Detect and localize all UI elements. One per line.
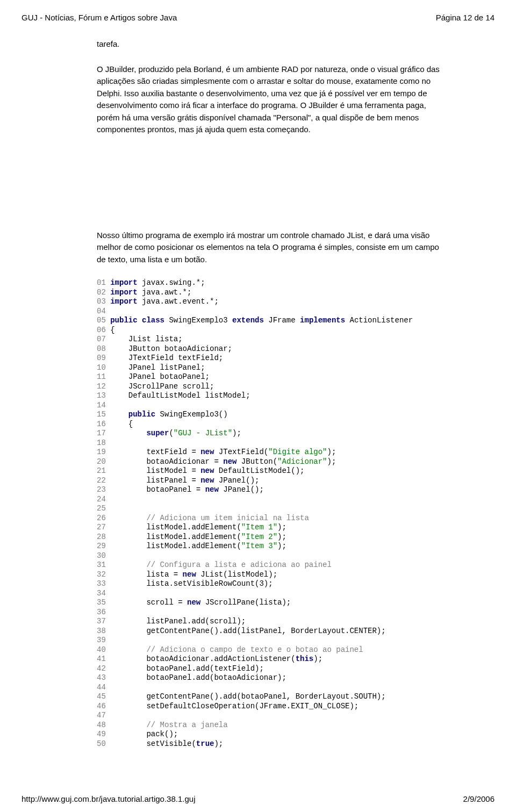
code-line: 29 listModel.addElement("Item 3"); [97, 542, 441, 551]
code-line: 15 public SwingExemplo3() [97, 410, 441, 420]
code-line: 25 [97, 504, 441, 514]
code-line: 43 botaoPanel.add(botaoAdicionar); [97, 673, 441, 683]
code-line: 09 JTextField textField; [97, 354, 441, 363]
code-line: 13 DefaultListModel listModel; [97, 391, 441, 401]
footer-url: http://www.guj.com.br/java.tutorial.arti… [22, 794, 196, 803]
code-line: 32 lista = new JList(listModel); [97, 570, 441, 580]
code-line: 50 setVisible(true); [97, 739, 441, 749]
paragraph-2: O JBuilder, produzido pela Borland, é um… [97, 63, 441, 136]
code-line: 06{ [97, 326, 441, 335]
code-line: 38 getContentPane().add(listPanel, Borde… [97, 627, 441, 636]
code-line: 35 scroll = new JScrollPane(lista); [97, 598, 441, 608]
code-line: 05public class SwingExemplo3 extends JFr… [97, 316, 441, 326]
code-line: 11 JPanel botaoPanel; [97, 372, 441, 382]
code-line: 39 [97, 636, 441, 645]
code-line: 19 textField = new JTextField("Digite al… [97, 448, 441, 457]
code-line: 03import java.awt.event.*; [97, 297, 441, 307]
code-line: 18 [97, 439, 441, 448]
code-line: 23 botaoPanel = new JPanel(); [97, 485, 441, 495]
code-line: 49 pack(); [97, 730, 441, 739]
code-line: 47 [97, 711, 441, 721]
code-line: 26 // Adiciona um item inicial na lista [97, 514, 441, 523]
code-line: 22 listPanel = new JPanel(); [97, 476, 441, 486]
code-line: 48 // Mostra a janela [97, 721, 441, 730]
code-line: 10 JPanel listPanel; [97, 363, 441, 373]
code-line: 45 getContentPane().add(botaoPanel, Bord… [97, 692, 441, 702]
code-line: 08 JButton botaoAdicionar; [97, 344, 441, 354]
article-content: tarefa. O JBuilder, produzido pela Borla… [22, 38, 494, 749]
code-line: 40 // Adiciona o campo de texto e o bota… [97, 645, 441, 655]
code-line: 02import java.awt.*; [97, 288, 441, 298]
code-line: 12 JScrollPane scroll; [97, 382, 441, 392]
spacer [97, 149, 441, 229]
code-line: 34 [97, 589, 441, 599]
header-title: GUJ - Notícias, Fórum e Artigos sobre Ja… [22, 13, 177, 22]
code-line: 37 listPanel.add(scroll); [97, 617, 441, 627]
code-line: 41 botaoAdicionar.addActionListener(this… [97, 655, 441, 664]
code-listing: 01import javax.swing.*;02import java.awt… [97, 278, 441, 749]
code-line: 33 lista.setVisibleRowCount(3); [97, 579, 441, 589]
paragraph-3: Nosso último programa de exemplo irá mos… [97, 229, 441, 266]
page-header: GUJ - Notícias, Fórum e Artigos sobre Ja… [22, 13, 494, 22]
code-line: 14 [97, 401, 441, 411]
header-page-indicator: Página 12 de 14 [436, 13, 494, 22]
code-line: 27 listModel.addElement("Item 1"); [97, 523, 441, 533]
footer-date: 2/9/2006 [463, 794, 494, 803]
code-line: 07 JList lista; [97, 335, 441, 344]
code-line: 17 super("GUJ - JList"); [97, 429, 441, 439]
code-line: 24 [97, 495, 441, 505]
code-line: 21 listModel = new DefaultListModel(); [97, 466, 441, 476]
paragraph-1: tarefa. [97, 38, 441, 51]
code-line: 46 setDefaultCloseOperation(JFrame.EXIT_… [97, 702, 441, 712]
code-line: 04 [97, 307, 441, 317]
code-line: 01import javax.swing.*; [97, 278, 441, 288]
page: GUJ - Notícias, Fórum e Artigos sobre Ja… [0, 0, 516, 812]
code-line: 31 // Configura a lista e adiciona ao pa… [97, 561, 441, 570]
code-line: 30 [97, 551, 441, 561]
code-line: 42 botaoPanel.add(textField); [97, 664, 441, 674]
code-line: 16 { [97, 420, 441, 429]
code-line: 28 listModel.addElement("Item 2"); [97, 533, 441, 542]
page-footer: http://www.guj.com.br/java.tutorial.arti… [22, 794, 494, 803]
code-line: 44 [97, 683, 441, 693]
code-line: 20 botaoAdicionar = new JButton("Adicion… [97, 457, 441, 467]
code-line: 36 [97, 608, 441, 617]
